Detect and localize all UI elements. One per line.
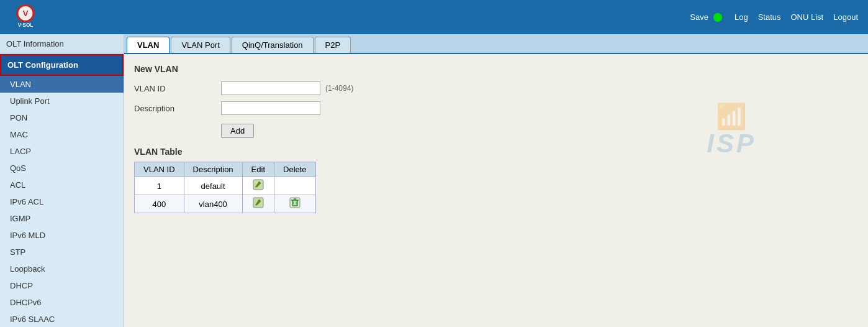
delete-cell[interactable] [274,177,316,195]
tab-p2p[interactable]: P2P [315,37,351,53]
edit-button-row1[interactable] [253,197,264,211]
new-vlan-title: New VLAN [134,64,858,74]
svg-text:V·SOL: V·SOL [18,22,34,28]
sidebar-item-ipv6-slaac[interactable]: IPv6 SLAAC [0,311,124,327]
sidebar-item-igmp[interactable]: IGMP [0,210,124,227]
logo-area: V V·SOL [10,3,134,31]
col-header-description: Description [184,162,242,177]
sidebar-item-loopback[interactable]: Loopback [0,260,124,277]
sidebar-item-mac[interactable]: MAC [0,126,124,143]
status-link[interactable]: Status [758,12,781,22]
top-header: V V·SOL Save Log Status ONU List Logout [0,0,868,34]
edit-cell[interactable] [242,195,274,213]
save-area: Save [690,12,722,22]
description-cell: vlan400 [184,195,242,213]
tab-vlan[interactable]: VLAN [127,37,170,53]
status-indicator [713,13,722,22]
log-link[interactable]: Log [735,12,748,22]
logout-link[interactable]: Logout [833,12,858,22]
sidebar-item-qos[interactable]: QoS [0,160,124,177]
edit-cell[interactable] [242,177,274,195]
sidebar-item-dhcp[interactable]: DHCP [0,277,124,294]
edit-button-row0[interactable] [253,179,264,193]
sidebar-item-pon[interactable]: PON [0,109,124,126]
sidebar-item-lacp[interactable]: LACP [0,143,124,160]
col-header-delete: Delete [274,162,316,177]
svg-text:V: V [23,9,29,18]
sidebar-item-acl[interactable]: ACL [0,177,124,193]
save-button[interactable]: Save [690,12,708,22]
tab-qinq[interactable]: QinQ/Translation [232,37,314,53]
col-header-edit: Edit [242,162,274,177]
sidebar-item-stp[interactable]: STP [0,244,124,260]
edit-icon [253,179,264,190]
content-panel: New VLAN VLAN ID (1-4094) Description Ad… [124,54,868,327]
table-row: 1 default [135,177,316,195]
main-layout: OLT Information OLT Configuration VLAN U… [0,34,868,327]
description-input[interactable] [221,101,320,115]
tab-vlan-port[interactable]: VLAN Port [171,37,230,53]
top-right-area: Save Log Status ONU List Logout [690,12,858,22]
sidebar-item-ipv6-mld[interactable]: IPv6 MLD [0,227,124,244]
vlan-id-row: VLAN ID (1-4094) [134,81,858,95]
table-row: 400 vlan400 [135,195,316,213]
tab-bar: VLAN VLAN Port QinQ/Translation P2P [124,34,868,54]
vlan-table-title: VLAN Table [134,147,858,157]
description-row: Description [134,101,858,115]
top-nav-links: Log Status ONU List Logout [735,12,858,22]
col-header-vlan-id: VLAN ID [135,162,184,177]
vlan-id-cell: 1 [135,177,184,195]
sidebar-item-vlan[interactable]: VLAN [0,76,124,93]
description-label: Description [134,104,221,113]
vlan-table: VLAN ID Description Edit Delete 1 defaul… [134,162,316,213]
sidebar-section-header: OLT Configuration [0,54,124,76]
vlan-id-input[interactable] [221,81,320,95]
edit-icon [253,197,264,208]
delete-icon [289,197,301,208]
content-area: VLAN VLAN Port QinQ/Translation P2P New … [124,34,868,327]
vsol-logo: V V·SOL [10,3,41,31]
delete-button-row1[interactable] [289,197,301,211]
sidebar-item-dhcpv6[interactable]: DHCPv6 [0,294,124,311]
sidebar-olt-info: OLT Information [0,34,124,54]
sidebar: OLT Information OLT Configuration VLAN U… [0,34,124,327]
vlan-id-cell: 400 [135,195,184,213]
sidebar-item-ipv6-acl[interactable]: IPv6 ACL [0,193,124,210]
vlan-id-label: VLAN ID [134,84,221,93]
vlan-id-hint: (1-4094) [325,84,353,93]
delete-cell[interactable] [274,195,316,213]
description-cell: default [184,177,242,195]
add-button[interactable]: Add [221,124,254,138]
sidebar-item-uplink-port[interactable]: Uplink Port [0,93,124,109]
onu-list-link[interactable]: ONU List [791,12,824,22]
